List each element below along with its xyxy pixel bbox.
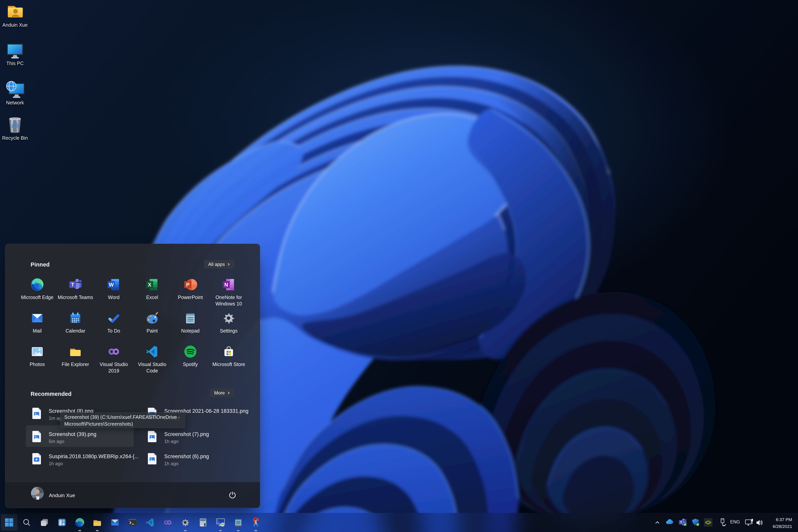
- svg-text:P: P: [186, 282, 190, 288]
- svg-text:T: T: [680, 521, 682, 524]
- svg-text:W: W: [109, 282, 114, 288]
- svg-text:T: T: [71, 282, 74, 287]
- svg-text:N: N: [224, 282, 228, 288]
- svg-text:X: X: [148, 282, 151, 288]
